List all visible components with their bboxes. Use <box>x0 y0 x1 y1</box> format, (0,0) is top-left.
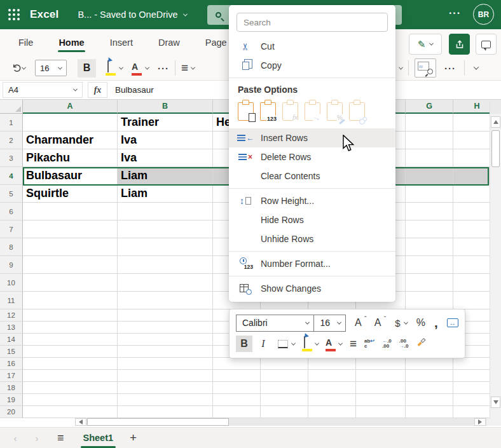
all-sheets-icon[interactable]: ≡ <box>57 431 64 445</box>
menu-item-cut[interactable]: ✂ Cut <box>229 37 395 56</box>
cell-E17[interactable] <box>308 370 356 382</box>
app-launcher-icon[interactable] <box>8 9 20 20</box>
cell-A5[interactable]: Squirtle <box>23 185 118 203</box>
paste-transposed-icon[interactable]: → <box>305 102 320 121</box>
cell-E18[interactable] <box>308 382 356 394</box>
cell-G2[interactable] <box>406 132 453 149</box>
cell-A2[interactable]: Charmander <box>23 132 118 149</box>
cell-G20[interactable] <box>406 406 453 418</box>
cell-D18[interactable] <box>261 382 308 394</box>
cell-H3[interactable] <box>453 149 490 167</box>
cell-G4[interactable] <box>406 167 453 185</box>
borders-button[interactable] <box>278 340 295 348</box>
cell-A16[interactable] <box>23 358 118 370</box>
col-header-G[interactable]: G <box>406 100 453 114</box>
row-header-2[interactable]: 2 <box>0 132 23 149</box>
add-sheet-button[interactable]: + <box>130 431 137 445</box>
cell-A17[interactable] <box>23 370 118 382</box>
cell-B7[interactable] <box>118 221 213 238</box>
horizontal-scroll-thumb[interactable] <box>87 418 229 426</box>
mini-font-name-select[interactable]: Calibri <box>236 315 314 332</box>
formula-input[interactable]: Bulbasaur <box>115 85 154 95</box>
cell-E20[interactable] <box>308 406 356 418</box>
menu-item-unhide-rows[interactable]: Unhide Rows <box>229 229 395 248</box>
cell-H7[interactable] <box>453 221 490 238</box>
row-header-11[interactable]: 11 <box>0 292 23 309</box>
cell-A12[interactable] <box>23 309 118 322</box>
cell-G5[interactable] <box>406 185 453 203</box>
tab-home[interactable]: Home <box>50 31 92 54</box>
row-header-7[interactable]: 7 <box>0 221 23 238</box>
cell-G18[interactable] <box>406 382 453 394</box>
cell-A7[interactable] <box>23 221 118 238</box>
cell-B4[interactable]: Liam <box>118 167 213 185</box>
cell-A14[interactable] <box>23 334 118 346</box>
cell-B18[interactable] <box>118 382 213 394</box>
cell-G10[interactable] <box>406 274 453 292</box>
row-header-16[interactable]: 16 <box>0 358 23 370</box>
prev-sheet-button[interactable]: ‹ <box>9 433 22 444</box>
paste-link-icon[interactable] <box>349 102 365 121</box>
cell-H6[interactable] <box>453 203 490 221</box>
cell-C16[interactable] <box>213 358 261 370</box>
cell-A15[interactable] <box>23 346 118 358</box>
cell-A13[interactable] <box>23 322 118 334</box>
cell-H10[interactable] <box>453 274 490 292</box>
editing-mode-button[interactable]: ✎ <box>409 34 442 55</box>
row-header-19[interactable]: 19 <box>0 394 23 406</box>
cell-C18[interactable] <box>213 382 261 394</box>
toolbar-overflow-button[interactable]: ··· <box>444 63 456 74</box>
font-overflow-button[interactable]: ··· <box>158 63 169 74</box>
col-header-B[interactable]: B <box>118 100 213 114</box>
cell-B9[interactable] <box>118 256 213 274</box>
row-header-8[interactable]: 8 <box>0 238 23 256</box>
vertical-scroll-thumb[interactable] <box>491 130 500 167</box>
menu-item-insert-rows[interactable]: ← Insert Rows <box>229 128 395 147</box>
avatar[interactable]: BR <box>473 4 494 25</box>
tab-file[interactable]: File <box>10 31 41 54</box>
increase-decimal-button[interactable]: .00→.0 <box>399 339 409 350</box>
name-box[interactable]: A4 <box>3 82 83 98</box>
cell-F20[interactable] <box>356 406 406 418</box>
cell-H20[interactable] <box>453 406 490 418</box>
cell-G3[interactable] <box>406 149 453 167</box>
cell-C19[interactable] <box>213 394 261 406</box>
cell-H9[interactable] <box>453 256 490 274</box>
cell-H8[interactable] <box>453 238 490 256</box>
menu-item-number-format[interactable]: 123 Number Format... <box>229 254 395 273</box>
cell-G6[interactable] <box>406 203 453 221</box>
cell-A20[interactable] <box>23 406 118 418</box>
mini-fill-color-button[interactable] <box>302 337 319 351</box>
row-header-15[interactable]: 15 <box>0 346 23 358</box>
tab-insert[interactable]: Insert <box>102 31 141 54</box>
mini-italic-button[interactable]: I <box>255 336 271 352</box>
font-size-select[interactable]: 16 <box>35 60 67 76</box>
cell-B16[interactable] <box>118 358 213 370</box>
cell-G7[interactable] <box>406 221 453 238</box>
row-header-10[interactable]: 10 <box>0 274 23 292</box>
cell-H19[interactable] <box>453 394 490 406</box>
cell-C17[interactable] <box>213 370 261 382</box>
cell-H4[interactable] <box>453 167 490 185</box>
cell-B8[interactable] <box>118 238 213 256</box>
cell-B19[interactable] <box>118 394 213 406</box>
col-header-A[interactable]: A <box>23 100 118 114</box>
cell-F17[interactable] <box>356 370 406 382</box>
cell-D20[interactable] <box>261 406 308 418</box>
cell-G16[interactable] <box>406 358 453 370</box>
mini-bold-button[interactable]: B <box>236 336 252 352</box>
cell-F19[interactable] <box>356 394 406 406</box>
cell-C20[interactable] <box>213 406 261 418</box>
scroll-right-button[interactable] <box>474 418 486 426</box>
cell-G8[interactable] <box>406 238 453 256</box>
cell-A6[interactable] <box>23 203 118 221</box>
wrap-text-button[interactable]: ab↩c <box>364 339 374 350</box>
grow-font-button[interactable]: Aˆ <box>355 317 367 329</box>
decrease-decimal-button[interactable]: ←.0.00 <box>382 339 392 350</box>
row-header-9[interactable]: 9 <box>0 256 23 274</box>
row-header-3[interactable]: 3 <box>0 149 23 167</box>
percent-format-button[interactable]: % <box>416 317 425 329</box>
cell-E19[interactable] <box>308 394 356 406</box>
cell-B15[interactable] <box>118 346 213 358</box>
cell-E16[interactable] <box>308 358 356 370</box>
